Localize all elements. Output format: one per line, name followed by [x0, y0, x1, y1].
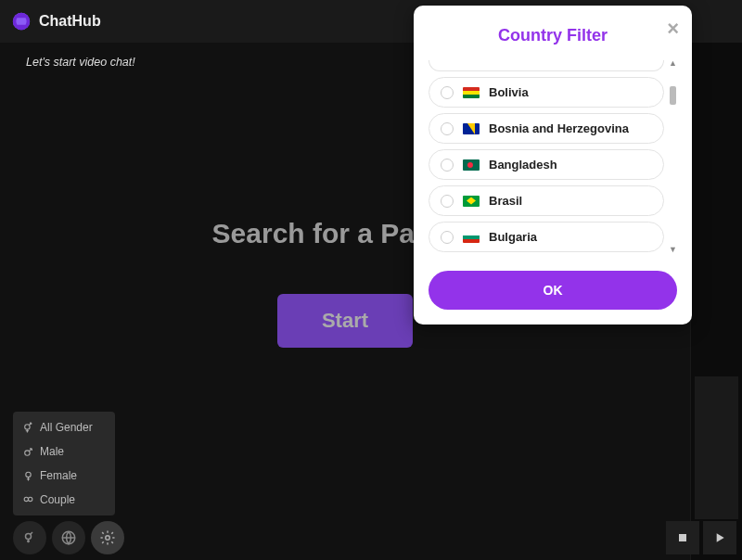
country-name: Bolivia [489, 85, 529, 99]
flag-icon [463, 159, 480, 171]
country-filter-modal: × Country Filter BoliviaBosnia and Herze… [414, 6, 692, 325]
gender-filter-button[interactable] [13, 521, 46, 554]
bottom-toolbar [13, 521, 124, 554]
radio-icon[interactable] [441, 231, 454, 244]
play-button[interactable] [703, 521, 736, 554]
gender-item-label: Male [40, 445, 64, 458]
country-list[interactable]: BoliviaBosnia and HerzegovinaBangladeshB… [429, 60, 677, 252]
play-icon [712, 530, 727, 545]
scroll-thumb[interactable] [670, 86, 676, 105]
right-preview [695, 376, 738, 519]
radio-icon[interactable] [441, 86, 454, 99]
stop-icon [675, 530, 690, 545]
gender-item-male[interactable]: Male [13, 439, 115, 464]
svg-point-4 [24, 497, 28, 501]
gear-icon [99, 529, 116, 546]
couple-icon [22, 494, 34, 506]
gender-item-label: Female [40, 469, 77, 482]
right-pane [690, 43, 742, 560]
country-item[interactable]: Bangladesh [429, 149, 664, 180]
country-name: Bosnia and Herzegovina [489, 121, 629, 135]
svg-rect-9 [679, 534, 686, 541]
country-item[interactable]: Bolivia [429, 77, 664, 108]
country-name: Bulgaria [489, 230, 537, 244]
svg-point-6 [26, 534, 32, 540]
brand-logo[interactable]: ChatHub [11, 11, 101, 32]
flag-icon [463, 196, 480, 207]
country-item[interactable]: Bosnia and Herzegovina [429, 113, 664, 144]
country-filter-button[interactable] [52, 521, 85, 554]
country-name: Bangladesh [489, 158, 557, 172]
country-name: Brasil [489, 194, 522, 208]
gender-item-all[interactable]: All Gender [13, 415, 115, 439]
radio-icon[interactable] [441, 195, 454, 208]
status-message: Let's start video chat! [26, 56, 135, 69]
settings-button[interactable] [91, 521, 124, 554]
country-item[interactable]: Bulgaria [429, 222, 664, 252]
brand-name: ChatHub [39, 13, 101, 30]
scroll-up-icon[interactable]: ▲ [669, 58, 677, 68]
gender-item-label: Couple [40, 493, 75, 506]
gender-icon [21, 529, 38, 546]
start-button[interactable]: Start [277, 294, 413, 348]
scrollbar[interactable]: ▲ ▼ [668, 60, 677, 252]
modal-title: Country Filter [429, 26, 677, 45]
radio-icon[interactable] [441, 122, 454, 135]
globe-icon [11, 11, 32, 32]
male-icon [22, 446, 34, 458]
gender-item-female[interactable]: Female [13, 464, 115, 488]
svg-point-8 [106, 536, 110, 541]
close-icon[interactable]: × [667, 17, 679, 41]
scroll-down-icon[interactable]: ▼ [669, 245, 677, 254]
gender-item-couple[interactable]: Couple [13, 488, 115, 512]
svg-point-5 [29, 497, 32, 501]
globe-icon [60, 529, 77, 546]
flag-icon [463, 123, 480, 134]
flag-icon [463, 87, 480, 98]
ok-button[interactable]: OK [429, 271, 677, 310]
radio-icon[interactable] [441, 159, 454, 172]
female-icon [22, 470, 34, 482]
gender-menu: All Gender Male Female Couple [13, 412, 115, 515]
svg-point-3 [26, 472, 31, 477]
gender-all-icon [22, 422, 34, 434]
svg-point-2 [25, 450, 30, 454]
gender-item-label: All Gender [40, 421, 93, 434]
svg-point-1 [25, 424, 30, 428]
country-item[interactable]: Brasil [429, 185, 664, 216]
flag-icon [463, 232, 480, 243]
stop-button[interactable] [666, 521, 699, 554]
country-item-partial[interactable] [429, 60, 664, 71]
playback-controls [666, 521, 736, 554]
